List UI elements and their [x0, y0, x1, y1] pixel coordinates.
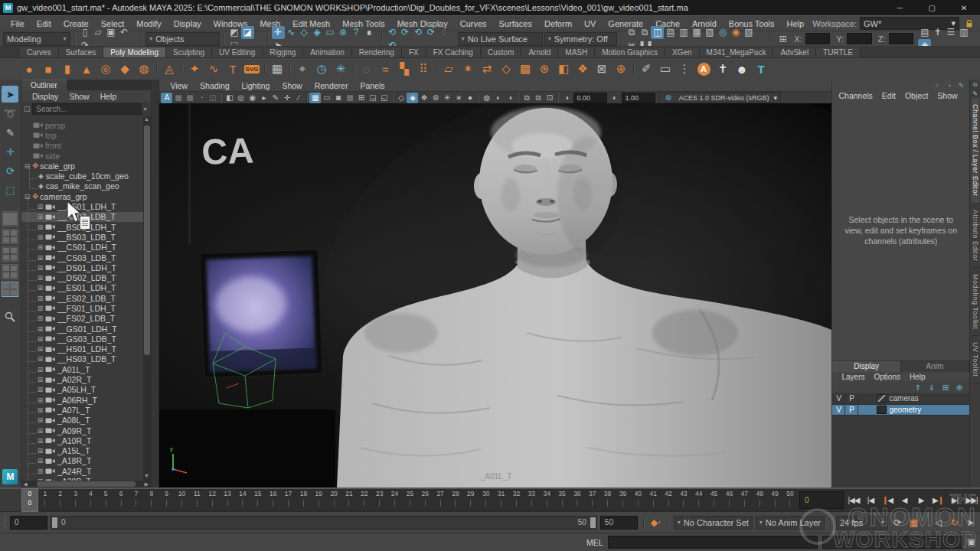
channel-box-menu-channels[interactable]: Channels [834, 90, 877, 101]
layer-menu-layers[interactable]: Layers [837, 373, 869, 381]
close-button[interactable]: ✕ [948, 0, 980, 15]
bookmark-add-icon[interactable]: ◆+ [649, 516, 662, 529]
viewport-menu-show[interactable]: Show [276, 81, 308, 90]
ui-window-icon[interactable]: ▦ [268, 60, 286, 78]
timeline-frame-40[interactable]: 40 [630, 489, 645, 511]
timeline-frame-48[interactable]: 48 [752, 489, 767, 511]
timeline-frame-31[interactable]: 31 [494, 489, 509, 511]
rotate-tool[interactable]: ⟳ [2, 162, 18, 179]
command-input-field[interactable] [608, 536, 818, 549]
outliner-item-a08l_t[interactable]: ⊞_A08L_T [21, 416, 143, 425]
channel-box-menu-show[interactable]: Show [933, 90, 962, 101]
arrange-blocks-icon[interactable]: ▚ [395, 60, 413, 78]
textured-icon[interactable]: ◙ [332, 93, 344, 103]
persp-outliner-layout[interactable] [2, 246, 18, 262]
skeleton-icon[interactable]: ✝ [714, 60, 732, 78]
timeline-frame-24[interactable]: 24 [387, 489, 403, 511]
timeline-frame-7[interactable]: 7 [129, 489, 144, 511]
paint-select-tool[interactable]: ✎ [2, 124, 18, 141]
expander-icon[interactable]: ⊞ [36, 284, 44, 292]
channel-box-menu-object[interactable]: Object [900, 90, 933, 101]
timeline-frame-12[interactable]: 12 [204, 489, 220, 511]
shelf-tab-fx-caching[interactable]: FX Caching [426, 47, 481, 57]
expander-icon[interactable]: ⊞ [36, 274, 44, 282]
timeline-ticks[interactable]: 0012345678910111213141516171819202122232… [22, 489, 798, 511]
wheel-icon[interactable]: ⊛ [535, 60, 554, 78]
layer-menu-help[interactable]: Help [905, 373, 930, 381]
smooth-mesh-icon[interactable]: ≈ [376, 60, 394, 78]
outliner-menu-display[interactable]: Display [28, 92, 63, 101]
expander-icon[interactable]: ⊞ [36, 396, 44, 404]
reset-transform-icon[interactable]: ◷ [312, 60, 331, 78]
viewport-canvas[interactable]: CA [159, 103, 831, 487]
x-coordinate-field[interactable] [805, 33, 831, 44]
outliner-item-hs01_ldh_t[interactable]: ⊞__HS01_LDH_T [21, 344, 143, 354]
poly-helix-icon[interactable]: ∿ [204, 60, 223, 78]
step-forward-frame-button[interactable]: ▶| [946, 491, 963, 510]
wedge-icon[interactable]: ◇ [497, 60, 515, 78]
open-render-view-icon[interactable]: ⧉ [625, 26, 638, 39]
outliner-item-as03_ldb_t[interactable]: ⊞__AS03_LDB_T [21, 212, 143, 222]
expander-icon[interactable]: ⊞ [36, 468, 44, 475]
panel-splitter[interactable] [152, 80, 160, 487]
layer-row-geometry[interactable]: VPgeometry [832, 405, 969, 416]
safe-title-icon[interactable]: ✛ [281, 93, 292, 103]
shelf-tab-curves[interactable]: Curves [20, 47, 59, 57]
select-hierarchy-icon[interactable]: ◩ [228, 26, 241, 39]
svg-tool-icon[interactable]: SVG [243, 60, 261, 78]
outliner-item-cs03_ldb_t[interactable]: ⊞__CS03_LDB_T [21, 253, 143, 262]
layer-playback-toggle[interactable]: P [845, 393, 858, 404]
animation-start-field[interactable]: 0 [10, 516, 47, 530]
construction-history-icon[interactable]: ⟲ [386, 26, 399, 39]
timeline-frame-11[interactable]: 11 [189, 489, 204, 511]
chevron-down-icon[interactable]: ▾ [144, 106, 149, 112]
sidebar-tab-modeling-toolkit[interactable]: Modeling Toolkit [972, 268, 979, 336]
menu-uv[interactable]: UV [578, 18, 602, 30]
bookmark-view-icon[interactable]: ◔ [195, 93, 207, 103]
sidebar-tab-channel-box-layer-editor[interactable]: Channel Box / Layer Editor [972, 98, 979, 204]
timeline-frame-15[interactable]: 15 [250, 489, 266, 511]
outliner-menu-show[interactable]: Show [64, 92, 93, 101]
shelf-tab-mash[interactable]: MASH [558, 47, 595, 57]
expander-icon[interactable]: ⊞ [36, 386, 44, 393]
snap-projected-center-icon[interactable]: ◈ [311, 26, 324, 39]
timeline-frame-27[interactable]: 27 [433, 489, 448, 511]
expander-icon[interactable]: ⊞ [36, 406, 44, 414]
new-empty-layer-icon[interactable]: ⊞ [940, 383, 951, 393]
timeline-frame-36[interactable]: 36 [570, 489, 585, 511]
lock-camera-icon[interactable]: ▩ [172, 93, 184, 103]
minimize-button[interactable]: ─ [884, 0, 916, 15]
character-set-select[interactable]: ▾ No Character Set [674, 516, 753, 530]
film-gate-icon[interactable]: ◧ [224, 93, 235, 103]
sidebar-tab-attribute-editor[interactable]: Attribute Editor [972, 204, 979, 269]
poly-cube-icon[interactable]: ■ [39, 60, 57, 78]
outliner-menu-help[interactable]: Help [96, 92, 122, 101]
frame-icon[interactable]: ⊠ [593, 60, 611, 78]
z-coordinate-field[interactable] [889, 33, 914, 44]
maximize-button[interactable]: ▢ [916, 0, 948, 15]
timeline-frame-22[interactable]: 22 [357, 489, 372, 511]
shelf-tab-custom[interactable]: Custom [481, 47, 521, 57]
outliner-item-fs02_ldb_t[interactable]: ⊞__FS02_LDB_T [21, 314, 143, 324]
outliner-item-a09r_t[interactable]: ⊞_A09R_T [21, 425, 143, 435]
shelf-tab-rendering[interactable]: Rendering [352, 47, 402, 57]
timeline-frame-6[interactable]: 6 [113, 489, 129, 511]
playback-sync-icon[interactable]: ↻ [948, 516, 961, 529]
sculpt-pen-icon[interactable]: ⋮ [675, 60, 694, 78]
outliner-horizontal-scrollbar[interactable]: ◀ ▶ [21, 481, 151, 487]
timeline-frame-28[interactable]: 28 [448, 489, 463, 511]
mask-icon[interactable]: ☻ [733, 60, 751, 78]
single-pane-layout[interactable] [2, 211, 18, 227]
camera-attributes-icon[interactable]: ▩ [184, 93, 195, 103]
range-grip[interactable] [3, 516, 7, 530]
platonic-solid-icon[interactable]: ◬ [160, 60, 178, 78]
expander-icon[interactable]: ⊞ [36, 203, 44, 210]
outliner-item-gs01_ldh_t[interactable]: ⊞__GS01_LDH_T [21, 324, 143, 334]
snap-curve-icon[interactable]: ∿ [285, 26, 298, 39]
command-language-toggle[interactable]: MEL [586, 538, 603, 547]
display-rgb-icon[interactable]: ⁘ [932, 81, 942, 90]
channel-box-toggle-icon[interactable]: ☰ [944, 26, 957, 39]
coordinate-mode-icon[interactable]: ⊞ [776, 32, 789, 45]
expander-icon[interactable]: ⊞ [36, 325, 44, 333]
ipr-render-icon[interactable]: ◫ [651, 26, 664, 39]
